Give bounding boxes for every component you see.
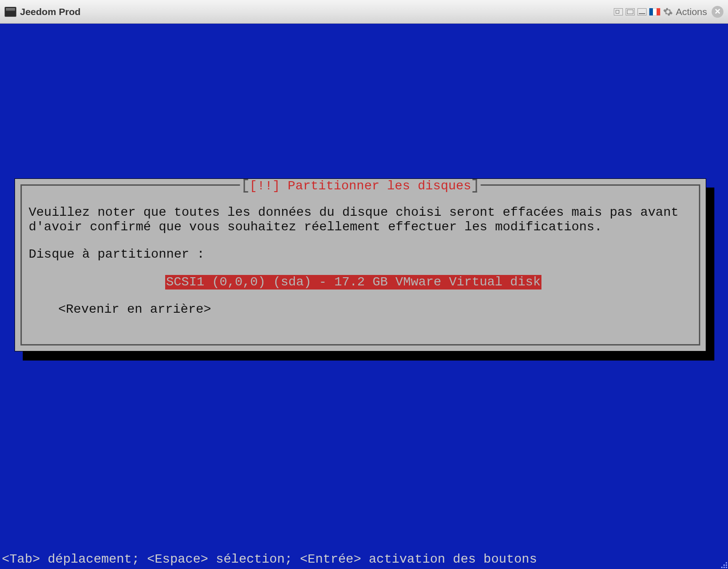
resize-grip-icon[interactable] xyxy=(719,560,727,568)
footer-help-text: <Tab> déplacement; <Espace> sélection; <… xyxy=(2,552,537,566)
window-button-1-icon[interactable] xyxy=(614,8,623,15)
dialog-body: Veuillez noter que toutes les données du… xyxy=(29,205,692,317)
go-back-button[interactable]: <Revenir en arrière> xyxy=(58,302,692,317)
dialog-title-wrap: [!!] Partitionner les disques xyxy=(240,179,480,193)
title-bracket-left-icon xyxy=(243,179,245,193)
gear-icon[interactable] xyxy=(663,7,673,17)
actions-menu[interactable]: Actions xyxy=(676,6,707,17)
vm-window: Jeedom Prod Actions ✕ [!!] Partitionn xyxy=(0,0,728,569)
dialog-warning-text: Veuillez noter que toutes les données du… xyxy=(29,205,692,234)
titlebar-controls: Actions ✕ xyxy=(614,6,723,18)
disk-option-selected[interactable]: SCSI1 (0,0,0) (sda) - 17.2 GB VMware Vir… xyxy=(165,275,541,290)
disk-prompt-label: Disque à partitionner : xyxy=(29,247,692,262)
window-button-2-icon[interactable] xyxy=(626,8,635,15)
partition-dialog: [!!] Partitionner les disques Veuillez n… xyxy=(15,178,706,351)
window-title: Jeedom Prod xyxy=(20,6,81,17)
titlebar: Jeedom Prod Actions ✕ xyxy=(0,0,728,24)
dialog-title: [!!] Partitionner les disques xyxy=(249,179,471,193)
flag-france-icon[interactable] xyxy=(649,8,660,15)
close-icon[interactable]: ✕ xyxy=(712,6,723,18)
app-icon xyxy=(5,7,16,17)
window-button-3-icon[interactable] xyxy=(637,8,647,15)
console-screen: [!!] Partitionner les disques Veuillez n… xyxy=(0,24,728,569)
title-bracket-right-icon xyxy=(476,179,477,193)
